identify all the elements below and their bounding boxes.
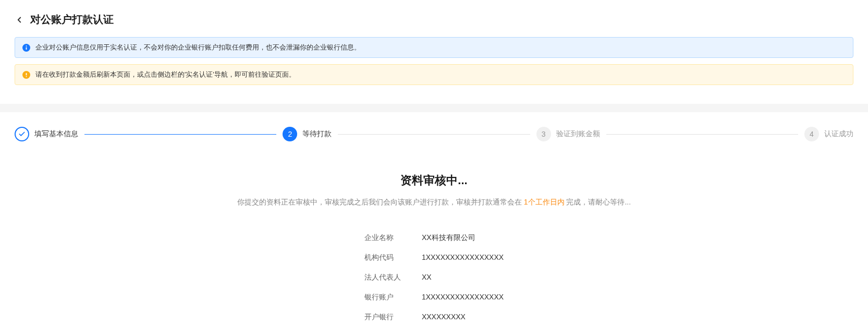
step-1-circle <box>15 127 29 141</box>
step-2-circle: 2 <box>283 127 297 141</box>
warning-alert-text: 请在收到打款金额后刷新本页面，或点击侧边栏的'实名认证'导航，即可前往验证页面。 <box>35 70 296 79</box>
step-2: 2 等待打款 <box>283 127 332 141</box>
step-4: 4 认证成功 <box>804 127 853 141</box>
step-2-label: 等待打款 <box>302 129 332 139</box>
step-1: 填写基本信息 <box>15 127 78 141</box>
step-3-label: 验证到账金额 <box>556 129 600 139</box>
svg-point-5 <box>26 76 27 77</box>
back-arrow-icon[interactable] <box>15 15 24 25</box>
review-description: 你提交的资料正在审核中，审核完成之后我们会向该账户进行打款，审核并打款通常会在 … <box>15 198 853 207</box>
info-table: 企业名称 XX科技有限公司 机构代码 1XXXXXXXXXXXXXXXX 法人代… <box>15 233 853 322</box>
step-line-2 <box>338 134 530 135</box>
step-4-label: 认证成功 <box>824 129 853 139</box>
review-title: 资料审核中... <box>15 173 853 188</box>
bank-account-label: 银行账户 <box>364 293 401 302</box>
bank-name-label: 开户银行 <box>364 313 401 322</box>
review-desc-prefix: 你提交的资料正在审核中，审核完成之后我们会向该账户进行打款，审核并打款通常会在 <box>237 198 524 206</box>
page-title: 对公账户打款认证 <box>30 13 114 27</box>
step-4-circle: 4 <box>804 127 819 141</box>
org-code-label: 机构代码 <box>364 253 401 262</box>
legal-rep-value: XX <box>422 273 504 282</box>
review-desc-suffix: 完成，请耐心等待... <box>565 198 631 206</box>
page-header: 对公账户打款认证 <box>15 13 853 27</box>
org-code-value: 1XXXXXXXXXXXXXXXX <box>422 253 504 262</box>
bank-name-value: XXXXXXXXX <box>422 313 504 322</box>
info-alert: 企业对公账户信息仅用于实名认证，不会对你的企业银行账户扣取任何费用，也不会泄漏你… <box>15 37 853 58</box>
header-section: 对公账户打款认证 企业对公账户信息仅用于实名认证，不会对你的企业银行账户扣取任何… <box>0 0 868 104</box>
company-name-label: 企业名称 <box>364 233 401 243</box>
info-alert-text: 企业对公账户信息仅用于实名认证，不会对你的企业银行账户扣取任何费用，也不会泄漏你… <box>35 43 361 52</box>
info-icon <box>22 44 30 52</box>
warning-icon <box>22 71 30 79</box>
svg-rect-4 <box>26 73 27 75</box>
svg-point-2 <box>26 45 27 46</box>
content-section: 填写基本信息 2 等待打款 3 验证到账金额 4 认证成功 资料审核中... 你… <box>0 112 868 336</box>
step-line-3 <box>606 134 798 135</box>
step-3: 3 验证到账金额 <box>536 127 600 141</box>
svg-rect-1 <box>26 47 27 50</box>
steps-indicator: 填写基本信息 2 等待打款 3 验证到账金额 4 认证成功 <box>15 127 853 141</box>
info-grid: 企业名称 XX科技有限公司 机构代码 1XXXXXXXXXXXXXXXX 法人代… <box>364 233 504 322</box>
step-3-circle: 3 <box>536 127 551 141</box>
company-name-value: XX科技有限公司 <box>422 233 504 243</box>
legal-rep-label: 法人代表人 <box>364 273 401 282</box>
step-1-label: 填写基本信息 <box>34 129 78 139</box>
warning-alert: 请在收到打款金额后刷新本页面，或点击侧边栏的'实名认证'导航，即可前往验证页面。 <box>15 64 853 85</box>
review-desc-highlight: 1个工作日内 <box>524 198 565 206</box>
step-line-1 <box>84 134 276 135</box>
bank-account-value: 1XXXXXXXXXXXXXXXX <box>422 293 504 302</box>
